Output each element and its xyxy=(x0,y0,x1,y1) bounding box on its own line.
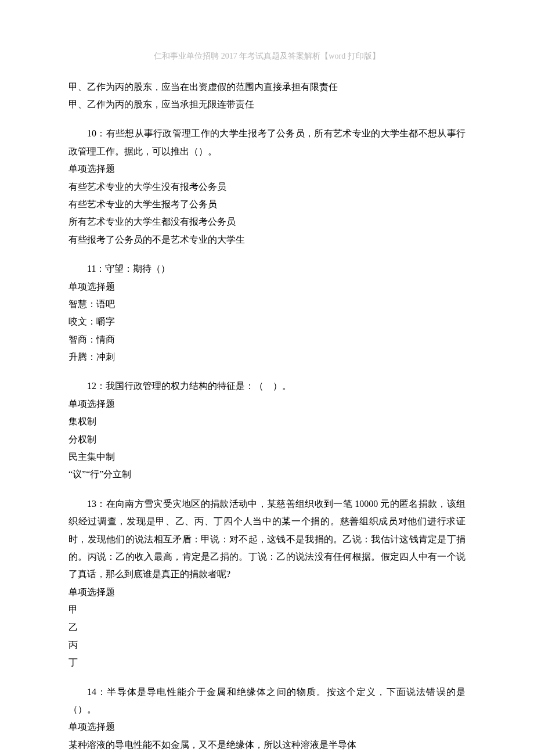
option: 干燥的木块不导电，将木块弄潮湿后开始导电，但导电性能远不如铝、铜等金属材料。有人… xyxy=(68,754,466,756)
option: “议”“行”分立制 xyxy=(68,466,466,483)
question-stem: 13：在向南方雪灾受灾地区的捐款活动中，某慈善组织收到一笔 10000 元的匿名… xyxy=(68,495,466,584)
question-stem: 12：我国行政管理的权力结构的特征是：（ ）。 xyxy=(68,377,466,395)
prelude-line: 甲、乙作为丙的股东，应当在出资虚假的范围内直接承担有限责任 xyxy=(68,78,466,96)
option: 智慧：语吧 xyxy=(68,296,466,313)
question-14: 14：半导体是导电性能介于金属和绝缘体之间的物质。按这个定义，下面说法错误的是（… xyxy=(68,683,466,756)
question-stem: 11：守望：期待（） xyxy=(68,260,466,278)
question-type: 单项选择题 xyxy=(68,584,466,601)
option: 所有艺术专业的大学生都没有报考公务员 xyxy=(68,213,466,231)
prelude-block: 甲、乙作为丙的股东，应当在出资虚假的范围内直接承担有限责任 甲、乙作为丙的股东，… xyxy=(68,78,466,114)
question-type: 单项选择题 xyxy=(68,160,466,178)
question-type: 单项选择题 xyxy=(68,395,466,413)
option: 智商：情商 xyxy=(68,331,466,348)
prelude-line: 甲、乙作为丙的股东，应当承担无限连带责任 xyxy=(68,96,466,113)
option: 甲 xyxy=(68,601,466,618)
question-stem: 14：半导体是导电性能介于金属和绝缘体之间的物质。按这个定义，下面说法错误的是（… xyxy=(68,683,466,719)
option: 民主集中制 xyxy=(68,448,466,466)
option: 有些艺术专业的大学生没有报考公务员 xyxy=(68,178,466,196)
question-12: 12：我国行政管理的权力结构的特征是：（ ）。 单项选择题 集权制 分权制 民主… xyxy=(68,377,466,483)
option: 某种溶液的导电性能不如金属，又不是绝缘体，所以这种溶液是半导体 xyxy=(68,736,466,754)
question-type: 单项选择题 xyxy=(68,718,466,736)
option: 集权制 xyxy=(68,413,466,430)
option: 升腾：冲刺 xyxy=(68,348,466,366)
page: 仁和事业单位招聘 2017 年考试真题及答案解析【word 打印版】 甲、乙作为… xyxy=(0,0,534,756)
question-11: 11：守望：期待（） 单项选择题 智慧：语吧 咬文：嚼字 智商：情商 升腾：冲刺 xyxy=(68,260,466,366)
question-type: 单项选择题 xyxy=(68,278,466,296)
option: 乙 xyxy=(68,619,466,636)
question-stem: 10：有些想从事行政管理工作的大学生报考了公务员，所有艺术专业的大学生都不想从事… xyxy=(68,125,466,160)
option: 有些报考了公务员的不是艺术专业的大学生 xyxy=(68,231,466,249)
option: 分权制 xyxy=(68,431,466,448)
question-13: 13：在向南方雪灾受灾地区的捐款活动中，某慈善组织收到一笔 10000 元的匿名… xyxy=(68,495,466,672)
option: 有些艺术专业的大学生报考了公务员 xyxy=(68,196,466,213)
question-10: 10：有些想从事行政管理工作的大学生报考了公务员，所有艺术专业的大学生都不想从事… xyxy=(68,125,466,249)
option: 丙 xyxy=(68,636,466,654)
page-header: 仁和事业单位招聘 2017 年考试真题及答案解析【word 打印版】 xyxy=(68,49,466,64)
option: 丁 xyxy=(68,654,466,671)
option: 咬文：嚼字 xyxy=(68,313,466,330)
